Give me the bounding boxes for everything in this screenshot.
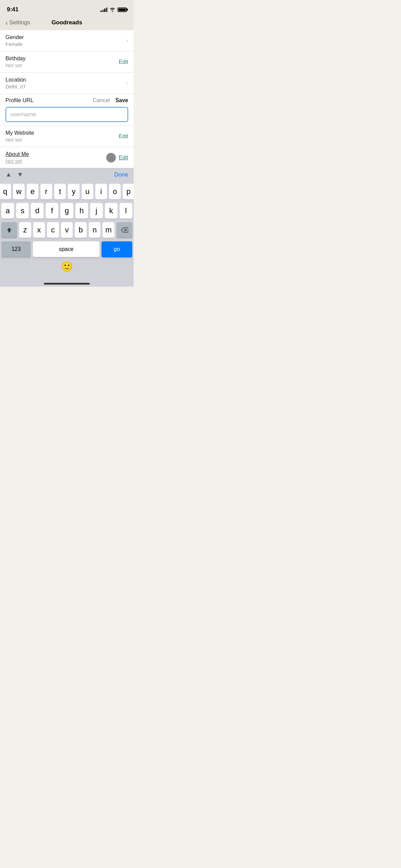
profile-url-actions: Cancel Save [93,97,128,104]
backspace-key[interactable] [117,222,132,238]
keyboard-row-4: 123 space go [1,241,132,257]
my-website-value: Not set [5,137,34,143]
cancel-button[interactable]: Cancel [93,97,110,104]
location-row[interactable]: Location Delhi, 07 › [0,73,134,94]
battery-icon [118,8,127,12]
about-me-row-right: Edit [106,153,128,162]
birthday-row-right: Edit [119,59,128,65]
key-q[interactable]: q [0,184,11,200]
key-n[interactable]: n [89,222,101,238]
key-j[interactable]: j [90,203,103,219]
my-website-label: My Website [5,130,34,136]
keyboard-row-3: z x c v b n m [1,222,132,238]
birthday-row[interactable]: Birthday Not set Edit [0,51,134,73]
key-a[interactable]: a [1,203,14,219]
page-title: Goodreads [51,19,82,26]
settings-list: Gender Female › Birthday Not set Edit Lo… [0,30,134,168]
back-chevron-icon: ‹ [5,19,8,26]
gender-chevron-icon: › [126,37,128,44]
space-key[interactable]: space [33,241,99,257]
my-website-row[interactable]: My Website Not set Edit [0,126,134,147]
profile-url-section: Profile URL Cancel Save [0,94,134,125]
key-r[interactable]: r [40,184,52,200]
key-y[interactable]: y [68,184,80,200]
keyboard-row-1: q w e r t y u i o p [1,184,132,200]
signal-icon [100,7,107,12]
my-website-row-right: Edit [119,133,128,140]
location-value: Delhi, 07 [5,84,26,89]
key-o[interactable]: o [109,184,121,200]
key-e[interactable]: e [27,184,38,200]
numbers-key[interactable]: 123 [1,241,31,257]
key-p[interactable]: p [123,184,134,200]
keyboard-row-2: a s d f g h j k l [1,203,132,219]
key-i[interactable]: i [95,184,107,200]
toolbar-nav: ▲ ▼ [5,171,23,178]
key-w[interactable]: w [13,184,25,200]
birthday-row-left: Birthday Not set [5,56,26,68]
about-me-row[interactable]: About Me Not set Edit [0,147,134,168]
profile-url-header: Profile URL Cancel Save [5,97,128,104]
wifi-icon [109,7,116,12]
birthday-label: Birthday [5,56,26,62]
emoji-icon[interactable]: 🙂 [61,261,73,272]
status-icons [100,7,127,12]
location-row-right: › [126,80,128,87]
gender-row[interactable]: Gender Female › [0,30,134,51]
key-l[interactable]: l [120,203,132,219]
save-button[interactable]: Save [116,97,128,104]
key-v[interactable]: v [61,222,73,238]
status-bar: 9:41 [0,0,134,16]
nav-bar: ‹ Settings Goodreads [0,16,134,30]
key-m[interactable]: m [102,222,114,238]
location-label: Location [5,77,26,83]
home-indicator [0,275,134,287]
keyboard-toolbar: ▲ ▼ Done [0,168,134,181]
emoji-row: 🙂 [0,258,134,275]
about-me-edit-button[interactable]: Edit [119,155,128,161]
about-me-label: About Me [5,151,29,157]
gender-label: Gender [5,34,24,40]
gender-row-right: › [126,37,128,44]
key-f[interactable]: f [46,203,58,219]
key-s[interactable]: s [16,203,29,219]
key-k[interactable]: k [105,203,118,219]
username-input[interactable] [5,107,128,122]
my-website-edit-button[interactable]: Edit [119,133,128,140]
key-z[interactable]: z [19,222,31,238]
about-me-value: Not set [5,158,29,164]
dot-icon [106,153,116,162]
key-b[interactable]: b [75,222,87,238]
key-x[interactable]: x [33,222,45,238]
back-button[interactable]: ‹ Settings [5,19,30,26]
gender-value: Female [5,41,24,47]
key-h[interactable]: h [75,203,88,219]
back-label: Settings [9,19,30,26]
home-bar [44,283,90,285]
keyboard: q w e r t y u i o p a s d f g h j k l z … [0,181,134,258]
key-d[interactable]: d [31,203,44,219]
toolbar-up-button[interactable]: ▲ [5,171,12,178]
birthday-value: Not set [5,62,26,68]
go-key[interactable]: go [101,241,132,257]
key-t[interactable]: t [54,184,66,200]
location-row-left: Location Delhi, 07 [5,77,26,89]
key-g[interactable]: g [60,203,73,219]
my-website-row-left: My Website Not set [5,130,34,143]
key-c[interactable]: c [47,222,59,238]
birthday-edit-button[interactable]: Edit [119,59,128,65]
key-u[interactable]: u [82,184,93,200]
gender-row-left: Gender Female [5,34,24,47]
keyboard-done-button[interactable]: Done [114,171,128,178]
status-time: 9:41 [7,6,19,13]
toolbar-down-button[interactable]: ▼ [17,171,23,178]
profile-url-label: Profile URL [5,97,34,104]
location-chevron-icon: › [126,80,128,87]
about-me-row-left: About Me Not set [5,151,29,164]
shift-key[interactable] [1,222,17,238]
